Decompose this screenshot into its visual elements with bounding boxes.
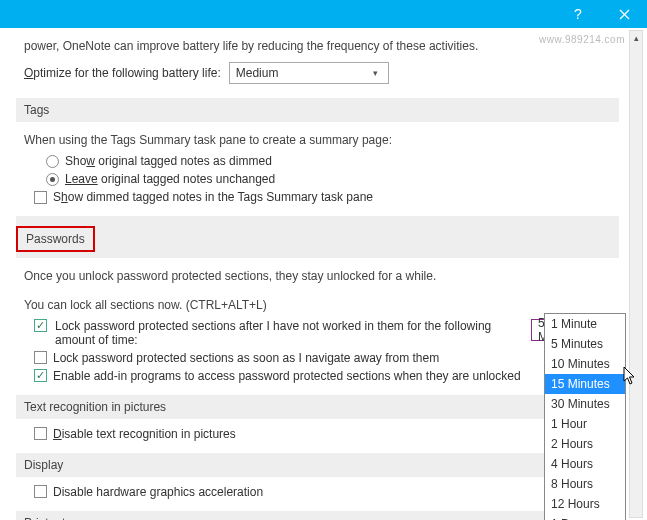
dropdown-option[interactable]: 1 Minute (545, 314, 625, 334)
checkbox-disable-text-recognition-label: Disable text recognition in pictures (53, 427, 611, 441)
passwords-desc: Once you unlock password protected secti… (16, 264, 619, 288)
checkbox-lock-after-idle[interactable] (34, 319, 47, 332)
section-header-tags: Tags (16, 98, 619, 122)
radio-show-dimmed[interactable] (46, 155, 59, 168)
dropdown-option[interactable]: 5 Minutes (545, 334, 625, 354)
tags-desc: When using the Tags Summary task pane to… (16, 128, 619, 152)
checkbox-enable-addins[interactable] (34, 369, 47, 382)
lock-timeout-dropdown[interactable]: 1 Minute5 Minutes10 Minutes15 Minutes30 … (544, 313, 626, 520)
dropdown-option[interactable]: 1 Hour (545, 414, 625, 434)
checkbox-show-dimmed-summary-label: Show dimmed tagged notes in the Tags Sum… (53, 190, 611, 204)
section-header-printouts: Printouts (16, 511, 619, 520)
passwords-hint: You can lock all sections now. (CTRL+ALT… (16, 289, 619, 317)
battery-combo-value: Medium (236, 66, 279, 80)
close-icon (619, 9, 630, 20)
section-header-display: Display (16, 453, 619, 477)
checkbox-disable-hw-graphics[interactable] (34, 485, 47, 498)
battery-life-combo[interactable]: Medium ▾ (229, 62, 389, 84)
vertical-scrollbar[interactable]: ▴ (629, 30, 643, 518)
chevron-down-icon: ▾ (368, 68, 384, 78)
checkbox-disable-text-recognition[interactable] (34, 427, 47, 440)
dropdown-option[interactable]: 10 Minutes (545, 354, 625, 374)
dropdown-option[interactable]: 15 Minutes (545, 374, 625, 394)
checkbox-lock-on-navigate[interactable] (34, 351, 47, 364)
checkbox-disable-hw-graphics-label: Disable hardware graphics acceleration (53, 485, 611, 499)
dropdown-option[interactable]: 1 Day (545, 514, 625, 520)
battery-optimize-label: Optimize for the following battery life: (24, 66, 221, 80)
checkbox-enable-addins-label: Enable add-in programs to access passwor… (53, 369, 611, 383)
checkbox-lock-on-navigate-label: Lock password protected sections as soon… (53, 351, 611, 365)
dropdown-option[interactable]: 8 Hours (545, 474, 625, 494)
close-button[interactable] (601, 0, 647, 28)
battery-intro-text: power, OneNote can improve battery life … (16, 34, 619, 58)
section-header-text-recognition: Text recognition in pictures (16, 395, 619, 419)
checkbox-lock-after-idle-label: Lock password protected sections after I… (55, 319, 523, 347)
section-header-passwords: Passwords (16, 226, 95, 252)
scroll-up-icon[interactable]: ▴ (630, 31, 642, 45)
checkbox-show-dimmed-summary[interactable] (34, 191, 47, 204)
radio-show-dimmed-label: Show original tagged notes as dimmed (65, 154, 611, 168)
titlebar: ? (0, 0, 647, 28)
dropdown-option[interactable]: 30 Minutes (545, 394, 625, 414)
radio-leave-unchanged-label: Leave original tagged notes unchanged (65, 172, 611, 186)
options-panel: power, OneNote can improve battery life … (6, 28, 629, 520)
radio-leave-unchanged[interactable] (46, 173, 59, 186)
dropdown-option[interactable]: 2 Hours (545, 434, 625, 454)
dropdown-option[interactable]: 12 Hours (545, 494, 625, 514)
dropdown-option[interactable]: 4 Hours (545, 454, 625, 474)
help-button[interactable]: ? (555, 0, 601, 28)
section-header-passwords-row: Passwords (16, 216, 619, 258)
